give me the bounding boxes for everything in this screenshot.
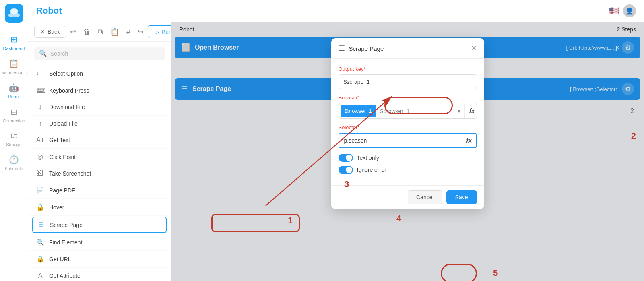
hash-icon[interactable]: # — [126, 28, 130, 36]
click-point-icon: ◎ — [36, 153, 44, 161]
toolbar-row: ✕ Back ↩ 🗑 ⧉ 📋 # ↪ ▷ Run 💾 Save — [28, 22, 171, 42]
output-key-label: Output key* — [339, 66, 477, 72]
content-area: ✕ Back ↩ 🗑 ⧉ 📋 # ↪ ▷ Run 💾 Save — [28, 22, 644, 281]
app-title: Robot — [36, 6, 603, 16]
nav-label-schedule: Schedule — [5, 166, 23, 171]
left-navigation: ⊞ Dashboard 📋 Documentati... 🤖 Robot ⊟ C… — [0, 0, 28, 281]
sidebar-item-label: Take Screenshot — [49, 170, 91, 177]
keyboard-press-icon: ⌨ — [36, 87, 44, 94]
delete-icon[interactable]: 🗑 — [83, 28, 91, 36]
modal-overlay: ☰ Scrape Page ✕ Output key* Browser* — [171, 22, 644, 281]
sidebar-item-keyboard-press[interactable]: ⌨ Keyboard Press — [28, 82, 171, 99]
sidebar-item-label: Click Point — [49, 154, 76, 160]
page-pdf-icon: 📄 — [36, 186, 44, 194]
search-icon: 🔍 — [39, 50, 47, 57]
run-button[interactable]: ▷ Run — [148, 25, 171, 38]
sidebar-item-click-point[interactable]: ◎ Click Point — [28, 149, 171, 165]
main-content: Robot 🇺🇸 👤 ✕ Back ↩ 🗑 ⧉ 📋 # ↪ — [28, 0, 644, 281]
browser-label: Browser* — [339, 95, 477, 101]
select-option-icon: ⟵ — [36, 70, 44, 77]
sidebar-item-label: Hover — [49, 204, 64, 211]
browser-fx-button[interactable]: fx — [464, 104, 477, 118]
sidebar-item-label: Scrape Page — [50, 222, 83, 228]
find-element-icon: 🔍 — [36, 238, 44, 246]
selector-label: Selector* — [339, 124, 477, 130]
cancel-button[interactable]: Cancel — [408, 190, 442, 204]
main-panel: Robot 2 Steps ⬜ Open Browser [ Url: http… — [171, 22, 644, 281]
sidebar-item-label: Select Option — [49, 70, 83, 77]
nav-label-documentation: Documentati... — [0, 70, 28, 75]
sidebar-item-select-option[interactable]: ⟵ Select Option — [28, 65, 171, 82]
sidebar-item-label: Download File — [49, 104, 85, 110]
modal-close-button[interactable]: ✕ — [471, 44, 477, 53]
sidebar-item-label: Get URL — [49, 256, 71, 262]
svg-point-0 — [10, 8, 18, 14]
browser-input[interactable] — [377, 104, 454, 118]
run-label: Run — [161, 29, 171, 35]
top-bar-right: 🇺🇸 👤 — [609, 4, 636, 17]
ignore-error-toggle[interactable] — [339, 166, 353, 174]
run-icon: ▷ — [155, 29, 159, 35]
sidebar-search: 🔍 — [28, 42, 171, 65]
get-text-icon: A+ — [36, 136, 44, 144]
paste-icon[interactable]: 📋 — [110, 27, 119, 36]
sidebar-item-label: Find Element — [49, 239, 82, 246]
download-file-icon: ↓ — [36, 103, 44, 111]
text-only-row: Text only — [339, 154, 477, 162]
take-screenshot-icon: 🖼 — [36, 170, 44, 177]
nav-item-robot[interactable]: 🤖 Robot — [0, 79, 28, 103]
ignore-error-label: Ignore error — [357, 167, 386, 173]
nav-item-schedule[interactable]: 🕐 Schedule — [0, 151, 28, 175]
toolbar-icons: ↩ 🗑 ⧉ 📋 # ↪ — [70, 27, 144, 36]
modal-title: Scrape Page — [349, 45, 467, 52]
nav-label-storage: Storage — [6, 142, 22, 147]
sidebar-item-hover[interactable]: 🔒 Hover — [28, 199, 171, 216]
sidebar-item-label: Get Attribute — [49, 273, 80, 279]
sidebar-item-download-file[interactable]: ↓ Download File — [28, 99, 171, 116]
back-button[interactable]: ✕ Back — [34, 26, 66, 38]
sidebar-item-take-screenshot[interactable]: 🖼 Take Screenshot — [28, 165, 171, 182]
flag-icon: 🇺🇸 — [609, 6, 619, 16]
nav-label-dashboard: Dashboard — [3, 46, 25, 51]
robot-icon: 🤖 — [9, 83, 19, 93]
sidebar-items-list: ⟵ Select Option ⌨ Keyboard Press ↓ Downl… — [28, 65, 171, 281]
sidebar-item-label: Keyboard Press — [49, 87, 89, 94]
sidebar-item-find-element[interactable]: 🔍 Find Element — [28, 234, 171, 251]
sidebar: ✕ Back ↩ 🗑 ⧉ 📋 # ↪ ▷ Run 💾 Save — [28, 22, 171, 281]
selector-input[interactable] — [339, 134, 462, 147]
sidebar-item-scrape-page[interactable]: ☰ Scrape Page — [32, 217, 167, 233]
nav-item-storage[interactable]: 🗂 Storage — [0, 127, 28, 151]
selector-input-row: fx — [339, 133, 477, 148]
documentation-icon: 📋 — [9, 59, 19, 68]
nav-item-documentation[interactable]: 📋 Documentati... — [0, 55, 28, 79]
hover-icon: 🔒 — [36, 203, 44, 211]
nav-item-dashboard[interactable]: ⊞ Dashboard — [0, 31, 28, 55]
undo-icon[interactable]: ↩ — [70, 27, 76, 36]
text-only-toggle[interactable] — [339, 154, 353, 162]
modal-footer: Cancel Save — [331, 185, 484, 209]
modal-save-button[interactable]: Save — [446, 190, 477, 204]
browser-tag: $browser_1 — [341, 105, 376, 117]
back-icon: ✕ — [40, 29, 45, 35]
sidebar-item-get-url[interactable]: 🔒 Get URL — [28, 251, 171, 268]
search-wrap: 🔍 — [34, 47, 165, 60]
sidebar-item-upload-file[interactable]: ↑ Upload File — [28, 116, 171, 132]
nav-label-robot: Robot — [8, 94, 20, 99]
browser-chevron-icon[interactable]: ▾ — [454, 105, 464, 118]
nav-item-connection[interactable]: ⊟ Connection — [0, 103, 28, 127]
search-input[interactable] — [50, 50, 160, 57]
scrape-page-icon: ☰ — [37, 221, 45, 229]
sidebar-item-page-pdf[interactable]: 📄 Page PDF — [28, 182, 171, 199]
back-label: Back — [47, 29, 60, 35]
redo-icon[interactable]: ↪ — [138, 27, 144, 36]
svg-point-2 — [14, 13, 20, 17]
top-bar: Robot 🇺🇸 👤 — [28, 0, 644, 22]
output-key-input[interactable] — [339, 74, 477, 89]
user-avatar[interactable]: 👤 — [623, 4, 636, 17]
copy-icon[interactable]: ⧉ — [98, 28, 103, 36]
svg-point-1 — [8, 13, 14, 17]
selector-fx-button[interactable]: fx — [462, 134, 476, 147]
sidebar-item-get-attribute[interactable]: A Get Attribute — [28, 268, 171, 281]
dashboard-icon: ⊞ — [10, 35, 17, 44]
sidebar-item-get-text[interactable]: A+ Get Text — [28, 132, 171, 149]
